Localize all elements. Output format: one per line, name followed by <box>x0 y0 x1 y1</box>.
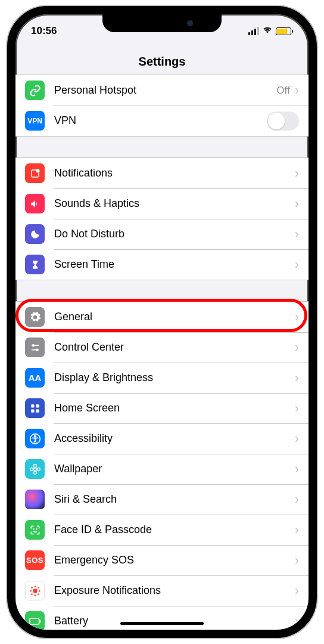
row-label: Battery <box>54 615 295 627</box>
svg-point-13 <box>33 464 36 467</box>
section-notifications: Notifications › Sounds & Haptics › Do No… <box>15 157 309 280</box>
svg-point-20 <box>34 586 36 587</box>
wifi-icon <box>262 26 273 36</box>
chevron-right-icon: › <box>295 197 299 210</box>
chevron-right-icon: › <box>295 524 299 537</box>
row-label: Siri & Search <box>54 493 295 506</box>
chevron-right-icon: › <box>295 311 299 324</box>
moon-icon <box>25 224 45 244</box>
row-label: Do Not Disturb <box>54 228 295 240</box>
svg-point-19 <box>33 589 37 593</box>
siri-icon <box>25 490 45 509</box>
chevron-right-icon: › <box>295 615 299 628</box>
row-label: Display & Brightness <box>54 371 295 384</box>
svg-point-15 <box>30 467 33 470</box>
link-icon <box>25 80 45 100</box>
page-header: Settings <box>15 41 309 75</box>
vpn-icon: VPN <box>25 111 45 131</box>
row-notifications[interactable]: Notifications › <box>15 158 309 188</box>
accessibility-icon <box>25 429 45 448</box>
row-label: VPN <box>54 114 267 127</box>
text-size-icon: AA <box>25 368 45 388</box>
row-display[interactable]: AA Display & Brightness › <box>15 363 309 393</box>
exposure-icon <box>25 581 45 600</box>
row-label: Control Center <box>54 341 295 354</box>
grid-icon <box>25 398 45 418</box>
row-do-not-disturb[interactable]: Do Not Disturb › <box>15 219 309 249</box>
hourglass-icon <box>25 255 45 274</box>
status-time: 10:56 <box>31 25 57 37</box>
row-emergency-sos[interactable]: SOS Emergency SOS › <box>15 545 309 575</box>
cellular-signal-icon <box>248 27 260 35</box>
chevron-right-icon: › <box>295 493 299 506</box>
flower-icon <box>25 459 45 479</box>
svg-point-11 <box>34 435 36 437</box>
speaker-icon <box>25 194 45 213</box>
row-label: General <box>54 311 295 323</box>
svg-rect-29 <box>39 620 40 623</box>
row-label: Notifications <box>54 167 295 179</box>
page-title: Settings <box>15 55 309 69</box>
row-label: Sounds & Haptics <box>54 197 295 210</box>
svg-point-26 <box>31 593 33 595</box>
row-control-center[interactable]: Control Center › <box>15 332 309 363</box>
row-wallpaper[interactable]: Wallpaper › <box>15 454 309 484</box>
battery-icon <box>25 611 45 630</box>
chevron-right-icon: › <box>295 371 299 385</box>
row-face-id[interactable]: Face ID & Passcode › <box>15 515 309 545</box>
sos-icon: SOS <box>25 550 45 570</box>
section-gap <box>15 280 309 301</box>
svg-rect-8 <box>31 409 34 412</box>
svg-point-24 <box>31 587 33 589</box>
status-indicators: ⚡ <box>248 26 294 36</box>
row-screen-time[interactable]: Screen Time › <box>15 249 309 280</box>
svg-point-1 <box>36 169 39 172</box>
chevron-right-icon: › <box>295 463 299 476</box>
svg-point-14 <box>33 471 36 474</box>
svg-point-16 <box>37 467 40 470</box>
home-indicator[interactable] <box>120 622 204 625</box>
svg-point-27 <box>38 593 39 595</box>
chevron-right-icon: › <box>295 258 299 271</box>
row-value: Off <box>276 85 289 97</box>
svg-point-22 <box>30 590 32 592</box>
svg-point-23 <box>38 590 40 592</box>
sliders-icon <box>25 338 45 357</box>
svg-point-12 <box>33 467 36 470</box>
row-accessibility[interactable]: Accessibility › <box>15 423 309 454</box>
row-label: Screen Time <box>54 258 295 271</box>
chevron-right-icon: › <box>295 402 299 415</box>
chevron-right-icon: › <box>295 554 299 567</box>
notch <box>102 14 222 32</box>
row-personal-hotspot[interactable]: Personal Hotspot Off › <box>15 75 309 106</box>
chevron-right-icon: › <box>295 341 299 354</box>
chevron-right-icon: › <box>295 167 299 180</box>
gear-icon <box>25 307 45 327</box>
row-vpn[interactable]: VPN VPN <box>15 106 309 136</box>
row-home-screen[interactable]: Home Screen › <box>15 393 309 423</box>
chevron-right-icon: › <box>295 84 299 97</box>
row-label: Emergency SOS <box>54 554 295 566</box>
section-general: General › Control Center › AA Display & … <box>15 301 309 630</box>
vpn-toggle[interactable] <box>267 112 299 131</box>
row-sounds[interactable]: Sounds & Haptics › <box>15 188 309 219</box>
phone-frame: 10:56 ⚡ Settings Personal Hotspot <box>7 6 317 638</box>
row-label: Wallpaper <box>54 463 295 475</box>
row-label: Exposure Notifications <box>54 584 295 597</box>
row-siri[interactable]: Siri & Search › <box>15 484 309 515</box>
battery-icon: ⚡ <box>276 27 293 35</box>
svg-rect-28 <box>29 618 39 624</box>
section-connectivity: Personal Hotspot Off › VPN VPN <box>15 75 309 137</box>
svg-point-25 <box>38 587 39 589</box>
chevron-right-icon: › <box>295 228 299 241</box>
row-general[interactable]: General › <box>15 302 309 332</box>
chevron-right-icon: › <box>295 584 299 597</box>
row-label: Personal Hotspot <box>54 84 276 97</box>
row-exposure-notifications[interactable]: Exposure Notifications › <box>15 575 309 606</box>
svg-point-21 <box>34 594 36 596</box>
row-battery[interactable]: Battery › <box>15 606 309 630</box>
settings-scroll-area[interactable]: Settings Personal Hotspot Off › VPN VPN <box>15 41 309 630</box>
row-label: Face ID & Passcode <box>54 524 295 536</box>
chevron-right-icon: › <box>295 432 299 445</box>
svg-point-17 <box>33 528 34 529</box>
